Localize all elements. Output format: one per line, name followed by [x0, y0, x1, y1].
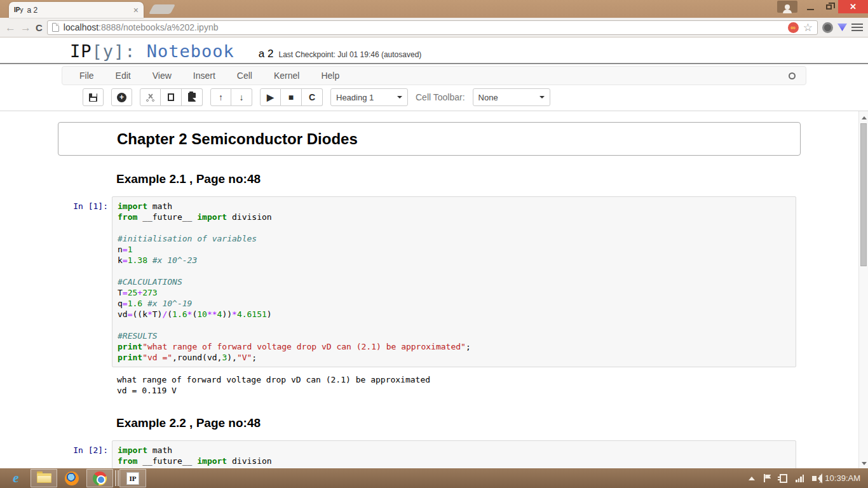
- paste-icon: [188, 93, 196, 102]
- minimize-button[interactable]: [801, 0, 820, 13]
- taskbar-divider: [115, 470, 116, 486]
- triangle-extension-icon[interactable]: [837, 24, 847, 31]
- menu-item-file[interactable]: File: [69, 67, 105, 85]
- person-icon: [785, 4, 790, 10]
- restart-button[interactable]: C: [302, 88, 323, 106]
- menu-item-view[interactable]: View: [142, 67, 182, 85]
- profile-button[interactable]: [777, 1, 797, 13]
- scroll-up-icon[interactable]: [859, 112, 868, 122]
- section-heading[interactable]: Example 2.1 , Page no:48: [116, 172, 801, 186]
- code-cell: In [1]:import mathfrom __future__ import…: [58, 196, 801, 367]
- chevron-down-icon: [539, 96, 545, 101]
- taskbar-divider: [118, 470, 119, 486]
- output-area: what range of forward voltage drop vD ca…: [58, 370, 801, 400]
- input-prompt: In [2]:: [58, 440, 112, 470]
- run-button[interactable]: ▶: [260, 88, 281, 106]
- heading-cell-selected[interactable]: Chapter 2 Semiconductor Diodes: [58, 122, 801, 156]
- reload-button[interactable]: C: [36, 23, 43, 32]
- taskbar-firefox-icon[interactable]: [58, 469, 85, 487]
- scrollbar[interactable]: [858, 111, 868, 470]
- page-title: Chapter 2 Semiconductor Diodes: [117, 128, 795, 149]
- add-cell-button[interactable]: +: [111, 88, 132, 106]
- page-icon[interactable]: [52, 23, 59, 32]
- url-text[interactable]: localhost:8888/notebooks/a%202.ipynb: [64, 22, 219, 32]
- browser-tab[interactable]: IPy a 2 ×: [9, 2, 144, 18]
- notebook-title[interactable]: a 2: [259, 48, 274, 60]
- stop-button[interactable]: ■: [281, 88, 302, 106]
- volume-icon[interactable]: [812, 476, 817, 481]
- bookmark-star-icon[interactable]: ☆: [803, 22, 813, 33]
- browser-titlebar: IPy a 2 × ✕: [0, 0, 868, 18]
- close-button[interactable]: ✕: [838, 0, 868, 13]
- output-text: what range of forward voltage drop vD ca…: [112, 370, 430, 400]
- ipython-logo[interactable]: IP[y]: Notebook: [70, 41, 234, 61]
- menu-item-help[interactable]: Help: [310, 67, 350, 85]
- cell-toolbar-label: Cell Toolbar:: [416, 92, 465, 102]
- restore-button[interactable]: [820, 0, 838, 13]
- kernel-indicator-icon: [789, 72, 796, 79]
- taskbar-chrome-icon[interactable]: [86, 469, 113, 487]
- paste-cell-button[interactable]: [182, 88, 203, 106]
- cut-cell-button[interactable]: [140, 88, 161, 106]
- save-button[interactable]: [83, 88, 104, 106]
- extension-badge-icon[interactable]: ∞: [788, 22, 799, 33]
- taskbar-ipython-icon[interactable]: IP: [119, 469, 146, 487]
- menu-bar: FileEditViewInsertCellKernelHelp: [62, 66, 806, 85]
- code-cell: In [2]:import mathfrom __future__ import…: [58, 440, 801, 470]
- move-up-button[interactable]: ↑: [210, 88, 231, 106]
- floppy-icon: [89, 93, 97, 102]
- menu-item-insert[interactable]: Insert: [182, 67, 226, 85]
- scroll-down-icon[interactable]: [859, 459, 868, 468]
- code-input-area[interactable]: import mathfrom __future__ import divisi…: [112, 196, 796, 367]
- move-down-button[interactable]: ↓: [231, 88, 252, 106]
- section-heading[interactable]: Example 2.2 , Page no:48: [116, 416, 801, 430]
- taskbar-explorer-icon[interactable]: [31, 469, 57, 487]
- menu-item-cell[interactable]: Cell: [226, 67, 263, 85]
- network-signal-icon[interactable]: [796, 475, 804, 482]
- power-plug-icon[interactable]: [780, 474, 787, 483]
- new-tab-button[interactable]: [149, 4, 175, 14]
- tab-title: a 2: [27, 6, 133, 15]
- tab-close-icon[interactable]: ×: [133, 6, 139, 15]
- chrome-menu-icon[interactable]: [851, 24, 863, 31]
- address-bar[interactable]: localhost:8888/notebooks/a%202.ipynb ∞ ☆: [47, 20, 818, 35]
- taskbar-ie-icon[interactable]: e: [3, 469, 29, 487]
- checkpoint-status: Last Checkpoint: Jul 01 19:46 (autosaved…: [279, 50, 422, 59]
- cut-icon: [146, 93, 155, 102]
- favicon-ipython: IPy: [14, 6, 23, 13]
- tray-expand-icon[interactable]: [749, 473, 755, 480]
- back-button[interactable]: ←: [5, 22, 16, 33]
- action-center-flag-icon[interactable]: [763, 474, 771, 482]
- code-input-area[interactable]: import mathfrom __future__ import divisi…: [112, 440, 796, 470]
- chevron-down-icon: [397, 96, 402, 101]
- notebook-area: Chapter 2 Semiconductor DiodesExample 2.…: [0, 111, 868, 470]
- menu-item-edit[interactable]: Edit: [105, 67, 142, 85]
- windows-taskbar: e IP 10:39:AM: [0, 468, 868, 488]
- cell-toolbar-select[interactable]: None: [473, 88, 550, 106]
- browser-navbar: ← → C localhost:8888/notebooks/a%202.ipy…: [0, 18, 868, 37]
- film-reel-extension-icon[interactable]: [822, 22, 833, 33]
- cell-type-select[interactable]: Heading 1: [330, 88, 408, 106]
- forward-button[interactable]: →: [20, 22, 31, 33]
- input-prompt: In [1]:: [58, 196, 112, 367]
- notebook-toolbar: +↑↓▶■C Heading 1 Cell Toolbar: None: [0, 85, 868, 111]
- menu-item-kernel[interactable]: Kernel: [263, 67, 310, 85]
- clock[interactable]: 10:39:AM: [825, 473, 860, 483]
- copy-cell-button[interactable]: [161, 88, 182, 106]
- scrollbar-thumb[interactable]: [860, 123, 867, 266]
- notebook-header: IP[y]: Notebook a 2 Last Checkpoint: Jul…: [0, 37, 868, 63]
- copy-icon: [168, 93, 174, 101]
- pluscircle-icon: +: [117, 93, 126, 102]
